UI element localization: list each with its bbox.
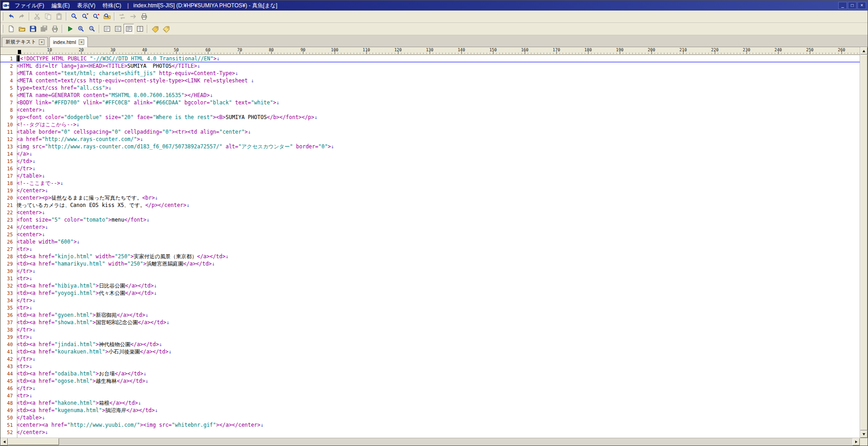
code-line[interactable]: 2<HTML dir=ltr lang=ja><HEAD><TITLE>SUMI… xyxy=(0,62,860,70)
find-next-button[interactable] xyxy=(80,11,90,22)
code-line[interactable]: 42</tr>↓ xyxy=(0,355,860,363)
scroll-down-button[interactable] xyxy=(860,430,868,438)
zoom-in-button[interactable] xyxy=(75,24,86,34)
find-prev-button[interactable] xyxy=(91,11,101,22)
code-line[interactable]: 7<BODY link="#FFD700" vlink="#FFC0CB" al… xyxy=(0,99,860,106)
code-line[interactable]: 20<center><p>徒然なるままに撮った写真たちです。<br>↓ xyxy=(0,194,860,201)
code-line[interactable]: 29<td><a href="hamarikyu.html" width="25… xyxy=(0,260,860,267)
code-line[interactable]: 43<tr>↓ xyxy=(0,363,860,370)
code-line[interactable]: 5type=text/css href="all.css">↓ xyxy=(0,84,860,92)
menu-special[interactable]: 特殊(C) xyxy=(99,1,125,11)
code-line[interactable]: 13<img src="http://www.rays-counter.com/… xyxy=(0,143,860,150)
open-button[interactable] xyxy=(16,24,27,34)
code-line[interactable]: 10<!--タグはここから-->↓ xyxy=(0,121,860,128)
find-in-files-button[interactable] xyxy=(102,11,112,22)
insert-tag-button[interactable] xyxy=(150,24,160,34)
code-line[interactable]: 27<tr>↓ xyxy=(0,245,860,253)
code-line[interactable]: 32<td><a href="hibiya.html">日比谷公園</a></t… xyxy=(0,282,860,289)
tab-close-button[interactable]: × xyxy=(39,39,44,45)
vertical-scroll-thumb[interactable] xyxy=(860,54,868,430)
code-line[interactable]: 4<META content=text/css http-equiv=conte… xyxy=(0,77,860,84)
new-button[interactable] xyxy=(5,24,16,34)
code-line[interactable]: 34</tr>↓ xyxy=(0,297,860,304)
cut-button[interactable] xyxy=(32,11,42,22)
maximize-button[interactable]: □ xyxy=(848,2,857,9)
code-line[interactable]: 17</table>↓ xyxy=(0,172,860,179)
code-line[interactable]: 28<td><a href="kinjo.html" width="250">実… xyxy=(0,253,860,260)
wrap-window-button[interactable] xyxy=(113,24,123,34)
horizontal-scroll-track[interactable] xyxy=(8,438,852,446)
code-line[interactable]: 6<META name=GENERATOR content="MSHTML 8.… xyxy=(0,92,860,99)
code-line[interactable]: 8<center>↓ xyxy=(0,106,860,114)
code-line[interactable]: 47<tr>↓ xyxy=(0,392,860,399)
code-line[interactable]: 45<td><a href="ogose.html">越生梅林</a></td>… xyxy=(0,377,860,385)
text-editor[interactable]: 1<!DOCTYPE HTML PUBLIC "-//W3C//DTD HTML… xyxy=(0,55,860,438)
code-line[interactable]: 14</a>↓ xyxy=(0,150,860,158)
code-line[interactable]: 16</tr>↓ xyxy=(0,165,860,172)
horizontal-scroll-thumb[interactable] xyxy=(8,438,59,445)
code-line[interactable]: 36<td><a href="gyoen.html">新宿御苑</a></td>… xyxy=(0,311,860,319)
code-line[interactable]: 15</td>↓ xyxy=(0,158,860,165)
undo-button[interactable] xyxy=(5,11,16,22)
code-line[interactable]: 1<!DOCTYPE HTML PUBLIC "-//W3C//DTD HTML… xyxy=(0,55,860,62)
split-view-button[interactable] xyxy=(135,24,145,34)
scroll-up-button[interactable] xyxy=(860,47,868,54)
scroll-left-button[interactable] xyxy=(0,438,8,446)
replace-button[interactable] xyxy=(117,11,127,22)
code-line[interactable]: 31<tr>↓ xyxy=(0,275,860,282)
code-line[interactable]: 44<td><a href="odaiba.html">お台場</a></td>… xyxy=(0,370,860,377)
save-button[interactable] xyxy=(27,24,38,34)
code-line[interactable]: 21使っているカメラは、Canon EOS kiss X5、です。</p></c… xyxy=(0,201,860,209)
code-line[interactable]: 9<p><font color="dodgerblue" size="20" f… xyxy=(0,114,860,121)
edit-tag-button[interactable] xyxy=(161,24,171,34)
save-all-button[interactable] xyxy=(38,24,49,34)
wrap-off-button[interactable] xyxy=(102,24,112,34)
menu-edit[interactable]: 編集(E) xyxy=(48,1,73,11)
scroll-right-button[interactable] xyxy=(852,438,860,446)
code-line[interactable]: 49<td><a href="kugenuma.html">鵠沼海岸</a></… xyxy=(0,407,860,414)
code-line[interactable]: 11<table border="0" cellspacing="0" cell… xyxy=(0,128,860,136)
zoom-out-button[interactable] xyxy=(86,24,97,34)
code-line[interactable]: 18<!--ここまで-->↓ xyxy=(0,179,860,187)
code-line[interactable]: 23<font size="5" color="tomato">menu</fo… xyxy=(0,216,860,223)
find-button[interactable] xyxy=(69,11,79,22)
tab-index-html[interactable]: index.html× xyxy=(49,37,88,47)
code-line[interactable]: 19</center>↓ xyxy=(0,187,860,194)
code-line[interactable]: 51<center><a href="http://www.yuubi.com/… xyxy=(0,421,860,429)
vertical-scrollbar[interactable] xyxy=(860,47,868,438)
code-line[interactable]: 46</tr>↓ xyxy=(0,385,860,392)
code-line[interactable]: 12<a href="http://www.rays-counter.com/"… xyxy=(0,136,860,143)
code-line[interactable]: 39<tr>↓ xyxy=(0,333,860,341)
code-line[interactable]: 3<META content="text/html; charset=shift… xyxy=(0,70,860,77)
code-line[interactable]: 22<center>↓ xyxy=(0,209,860,216)
horizontal-scrollbar[interactable] xyxy=(0,438,868,446)
close-button[interactable]: × xyxy=(857,2,866,9)
jump-button[interactable] xyxy=(128,11,138,22)
code-line[interactable]: 33<td><a href="yoyogi.html">代々木公園</a></t… xyxy=(0,289,860,297)
code-line[interactable]: 35<tr>↓ xyxy=(0,304,860,311)
code-line[interactable]: 41<td><a href="kourakuen.html">小石川後楽園</a… xyxy=(0,348,860,355)
browser-run-button[interactable] xyxy=(65,24,75,34)
redo-button[interactable] xyxy=(16,11,27,22)
code-line[interactable]: 37<td><a href="showa.html">国営昭和記念公園</a><… xyxy=(0,319,860,326)
wrap-column-button[interactable] xyxy=(124,24,134,34)
code-line[interactable]: 24</center>↓ xyxy=(0,223,860,231)
menu-view[interactable]: 表示(V) xyxy=(73,1,99,11)
code-line[interactable]: 38</tr>↓ xyxy=(0,326,860,333)
code-line[interactable]: 48<td><a href="hakone.html">箱根</a></td>↓ xyxy=(0,399,860,407)
tab-close-button[interactable]: × xyxy=(79,39,84,45)
code-line[interactable]: 26<table width="600">↓ xyxy=(0,238,860,245)
tab-untitled[interactable]: 新規テキスト× xyxy=(2,37,48,47)
paste-button[interactable] xyxy=(54,11,64,22)
minimize-button[interactable]: _ xyxy=(838,2,847,9)
code-line[interactable]: 25<center>↓ xyxy=(0,231,860,238)
newline-mark-icon: ↓ xyxy=(32,326,36,333)
code-line[interactable]: 52</center>↓ xyxy=(0,429,860,436)
code-line[interactable]: 30</tr>↓ xyxy=(0,267,860,275)
print-button[interactable] xyxy=(49,24,60,34)
menu-file[interactable]: ファイル(F) xyxy=(11,1,48,11)
code-line[interactable]: 40<td><a href="jindai.html">神代植物公園</a></… xyxy=(0,341,860,348)
code-line[interactable]: 50</table>↓ xyxy=(0,414,860,421)
print-preview-button[interactable] xyxy=(139,11,149,22)
copy-button[interactable] xyxy=(43,11,53,22)
